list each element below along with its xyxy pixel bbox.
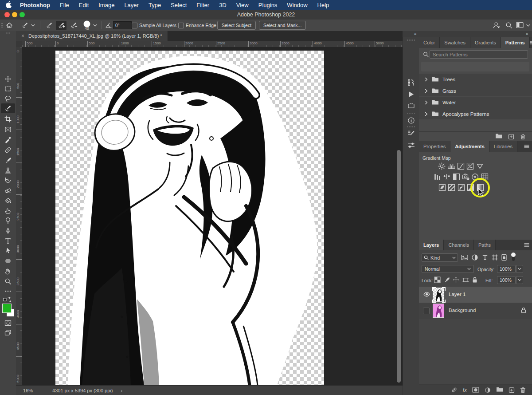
chevron-down-icon[interactable] xyxy=(526,24,530,27)
tool-preset-icon[interactable] xyxy=(21,22,29,29)
layer-styles-fx-icon[interactable]: fx xyxy=(463,387,467,393)
close-window-button[interactable] xyxy=(4,12,10,17)
menu-view[interactable]: View xyxy=(231,2,254,8)
healing-brush-tool-icon[interactable] xyxy=(4,146,12,154)
zoom-tool-icon[interactable] xyxy=(4,278,12,285)
fill-chevron[interactable] xyxy=(516,276,523,284)
select-and-mask-button[interactable]: Select and Mask... xyxy=(259,21,306,30)
lock-all-icon[interactable] xyxy=(472,276,479,284)
menu-filter[interactable]: Filter xyxy=(192,2,214,8)
menu-3d[interactable]: 3D xyxy=(214,2,231,8)
document-tab[interactable]: × Depositphotos_518717440_XL.jpg @ 16% (… xyxy=(16,31,168,41)
share-account-icon[interactable] xyxy=(493,22,500,29)
tab-color[interactable]: Color xyxy=(419,37,440,48)
menu-photoshop[interactable]: Photoshop xyxy=(15,2,55,8)
path-select-tool-icon[interactable] xyxy=(4,247,12,254)
tab-swatches[interactable]: Swatches xyxy=(440,37,470,48)
dodge-tool-icon[interactable] xyxy=(4,217,12,224)
menu-type[interactable]: Type xyxy=(144,2,166,8)
layer-name[interactable]: Background xyxy=(449,308,476,313)
pattern-group-water[interactable]: Water xyxy=(419,97,532,108)
brush-size-preview[interactable]: 40 xyxy=(82,20,91,31)
levels-icon[interactable] xyxy=(448,162,455,170)
status-chevron-icon[interactable]: › xyxy=(113,388,122,393)
close-tab-icon[interactable]: × xyxy=(21,33,24,39)
chevron-down-icon[interactable] xyxy=(31,24,35,27)
opacity-chevron[interactable] xyxy=(516,265,523,273)
threshold-icon[interactable] xyxy=(458,184,465,191)
menu-plugins[interactable]: Plugins xyxy=(254,2,282,8)
fill-field[interactable]: 100% xyxy=(497,276,516,284)
grip-handle[interactable] xyxy=(1,23,3,28)
brush-settings-panel-icon[interactable] xyxy=(407,142,415,149)
filter-toggle-switch[interactable] xyxy=(511,252,516,262)
minimize-window-button[interactable] xyxy=(12,12,17,17)
move-tool-icon[interactable] xyxy=(4,75,12,83)
shape-layer-filter-icon[interactable] xyxy=(491,254,498,261)
menu-help[interactable]: Help xyxy=(313,2,334,8)
hand-tool-icon[interactable] xyxy=(4,268,12,275)
marquee-tool-icon[interactable] xyxy=(4,85,12,92)
new-selection-mode-icon[interactable] xyxy=(46,22,53,29)
lock-artboard-icon[interactable] xyxy=(462,276,469,284)
history-brush-tool-icon[interactable] xyxy=(4,177,12,184)
lasso-tool-icon[interactable] xyxy=(4,95,12,102)
pattern-group-trees[interactable]: Trees xyxy=(419,74,532,85)
actions-panel-icon[interactable] xyxy=(407,91,415,98)
new-pattern-icon[interactable] xyxy=(508,134,514,140)
pixel-layer-filter-icon[interactable] xyxy=(461,254,468,261)
tab-layers[interactable]: Layers xyxy=(419,240,444,250)
type-tool-icon[interactable] xyxy=(4,237,12,244)
horizontal-ruler[interactable]: 500 0 500 1000 1500 2000 2500 3000 3500 … xyxy=(22,41,403,47)
hue-saturation-icon[interactable] xyxy=(434,173,441,181)
search-icon[interactable] xyxy=(505,22,512,29)
history-panel-icon[interactable] xyxy=(407,79,415,86)
menu-image[interactable]: Image xyxy=(94,2,119,8)
pattern-group-grass[interactable]: Grass xyxy=(419,85,532,97)
background-thumbnail[interactable] xyxy=(433,304,444,317)
select-subject-button[interactable]: Select Subject xyxy=(217,21,256,30)
new-group-icon[interactable] xyxy=(496,387,503,393)
black-white-icon[interactable] xyxy=(453,173,460,181)
tool-presets-panel-icon[interactable] xyxy=(407,130,415,137)
quick-mask-icon[interactable] xyxy=(4,320,12,327)
link-layers-icon[interactable] xyxy=(451,387,458,393)
add-layer-mask-icon[interactable] xyxy=(472,387,479,393)
menu-file[interactable]: File xyxy=(55,2,74,8)
brush-tool-icon[interactable] xyxy=(4,157,12,164)
menu-layer[interactable]: Layer xyxy=(119,2,144,8)
tab-adjustments[interactable]: Adjustments xyxy=(450,141,489,152)
eraser-tool-icon[interactable] xyxy=(4,187,12,194)
lock-transparent-icon[interactable] xyxy=(434,276,441,284)
search-patterns-input[interactable]: Search Patterns xyxy=(430,50,528,59)
layer-row-background[interactable]: Background xyxy=(419,303,532,319)
lock-paint-icon[interactable] xyxy=(443,276,450,284)
lock-move-icon[interactable] xyxy=(453,276,460,284)
tab-patterns[interactable]: Patterns xyxy=(501,37,530,48)
crop-tool-icon[interactable] xyxy=(4,115,12,122)
menu-select[interactable]: Select xyxy=(166,2,192,8)
invert-icon[interactable] xyxy=(438,184,446,191)
eyedropper-tool-icon[interactable] xyxy=(4,136,12,143)
panel-menu-icon[interactable] xyxy=(530,37,532,48)
clone-stamp-tool-icon[interactable] xyxy=(4,167,12,174)
vibrance-icon[interactable] xyxy=(476,162,484,170)
chevron-down-icon[interactable] xyxy=(93,24,97,27)
panel-menu-icon[interactable] xyxy=(524,240,532,250)
vertical-scrollbar[interactable] xyxy=(397,150,401,383)
new-pattern-group-icon[interactable] xyxy=(495,133,502,140)
new-layer-icon[interactable] xyxy=(509,387,515,393)
new-adjustment-layer-icon[interactable] xyxy=(485,387,491,393)
zoom-level-field[interactable]: 16% xyxy=(16,388,33,393)
tab-paths[interactable]: Paths xyxy=(474,240,496,250)
expand-panels-icon[interactable]: » xyxy=(526,32,528,36)
pattern-group-apocalypse[interactable]: Apocalypse Patterns xyxy=(419,108,532,120)
info-panel-icon[interactable] xyxy=(407,117,415,124)
smudge-tool-icon[interactable] xyxy=(4,207,12,214)
canvas[interactable] xyxy=(55,51,324,385)
add-to-selection-mode-icon[interactable] xyxy=(58,22,65,29)
tab-channels[interactable]: Channels xyxy=(444,240,473,250)
layer-row-layer1[interactable]: Layer 1 xyxy=(419,287,532,303)
pen-tool-icon[interactable] xyxy=(4,227,12,234)
delete-layer-icon[interactable] xyxy=(520,387,526,393)
